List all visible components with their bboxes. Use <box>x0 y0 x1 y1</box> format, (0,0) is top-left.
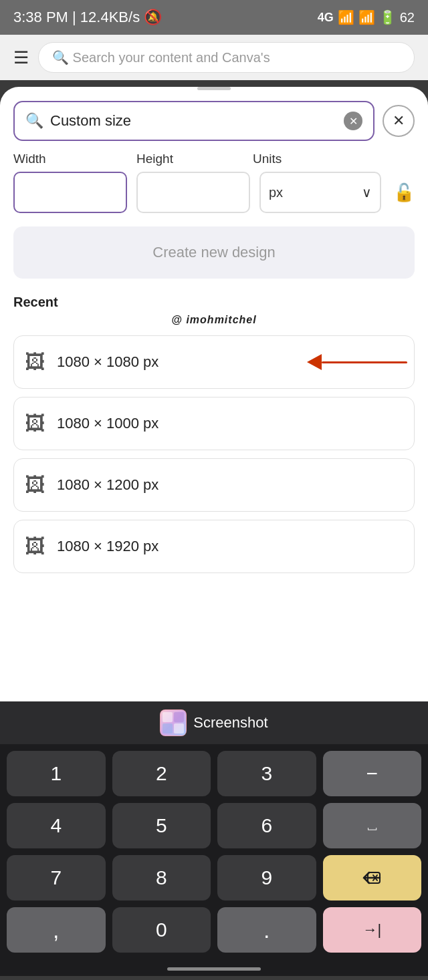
recent-item-size-3: 1080 × 1200 px <box>57 476 158 494</box>
key-2[interactable]: 2 <box>112 751 211 796</box>
width-input[interactable] <box>13 172 127 213</box>
key-comma[interactable]: , <box>7 907 106 953</box>
search-icon: 🔍 <box>52 50 69 65</box>
key-0[interactable]: 0 <box>112 907 211 953</box>
screenshot-label: Screenshot <box>193 714 268 731</box>
dimensions-labels: Width Height Units <box>0 152 428 166</box>
arrow-annotation <box>307 354 407 370</box>
key-7[interactable]: 7 <box>7 855 106 901</box>
units-select[interactable]: px ∨ <box>259 172 381 213</box>
app-bar: ☰ 🔍 Search your content and Canva's <box>0 35 428 80</box>
recent-item-3[interactable]: 🖼 1080 × 1200 px <box>13 458 415 512</box>
search-box[interactable]: 🔍 Custom size ✕ <box>13 101 374 141</box>
screenshot-bar: Screenshot <box>0 701 428 744</box>
key-delete[interactable] <box>323 855 422 901</box>
status-bar: 3:38 PM | 12.4KB/s 🔕 4G 📶 📶 🔋 62 <box>0 0 428 35</box>
recent-item-4[interactable]: 🖼 1080 × 1920 px <box>13 520 415 573</box>
recent-item-size-2: 1080 × 1000 px <box>57 415 158 432</box>
key-1[interactable]: 1 <box>7 751 106 796</box>
mute-icon: 🔕 <box>144 9 162 26</box>
recent-item-size-1: 1080 × 1080 px <box>57 353 158 371</box>
watermark: imohmitchel <box>0 314 428 326</box>
lock-icon: 🔓 <box>393 182 415 203</box>
key-8[interactable]: 8 <box>112 855 211 901</box>
keyboard-area: Screenshot 1 2 3 − 4 5 6 ⎵ 7 8 9 , 0 . →… <box>0 701 428 976</box>
key-period[interactable]: . <box>217 907 316 953</box>
recent-item-2[interactable]: 🖼 1080 × 1000 px <box>13 397 415 450</box>
modal-sheet: 🔍 Custom size ✕ ✕ Width Height Units px … <box>0 87 428 701</box>
key-6[interactable]: 6 <box>217 803 316 848</box>
key-space[interactable]: ⎵ <box>323 803 422 848</box>
create-btn-label: Create new design <box>152 244 275 261</box>
screenshot-thumbnail[interactable] <box>160 709 187 736</box>
hamburger-icon[interactable]: ☰ <box>13 47 29 68</box>
battery-icon: 🔋 <box>379 9 396 25</box>
recent-item-1[interactable]: 🖼 1080 × 1080 px <box>13 335 415 389</box>
chevron-down-icon: ∨ <box>362 184 372 200</box>
key-4[interactable]: 4 <box>7 803 106 848</box>
image-icon-3: 🖼 <box>25 474 45 496</box>
modal-handle <box>197 87 231 90</box>
home-bar <box>167 967 261 971</box>
image-icon-1: 🖼 <box>25 351 45 373</box>
home-indicator <box>0 959 428 976</box>
search-row: 🔍 Custom size ✕ ✕ <box>0 101 428 152</box>
signal-bars: 📶 <box>338 9 354 25</box>
status-right: 4G 📶 📶 🔋 62 <box>318 9 415 25</box>
status-time: 3:38 PM | 12.4KB/s 🔕 <box>13 9 162 26</box>
key-5[interactable]: 5 <box>112 803 211 848</box>
units-label: Units <box>253 152 415 166</box>
close-button[interactable]: ✕ <box>383 105 415 137</box>
key-9[interactable]: 9 <box>217 855 316 901</box>
image-icon-2: 🖼 <box>25 412 45 435</box>
signal-bars-2: 📶 <box>358 9 375 25</box>
recent-item-size-4: 1080 × 1920 px <box>57 538 158 555</box>
app-search-bar[interactable]: 🔍 Search your content and Canva's <box>38 42 415 73</box>
height-input[interactable] <box>136 172 250 213</box>
dimensions-inputs: px ∨ 🔓 <box>0 172 428 213</box>
height-label: Height <box>136 152 243 166</box>
search-text: Custom size <box>50 112 337 130</box>
recent-list: 🖼 1080 × 1080 px 🖼 1080 × 1000 px 🖼 1080… <box>0 335 428 581</box>
clear-button[interactable]: ✕ <box>344 112 362 130</box>
image-icon-4: 🖼 <box>25 535 45 558</box>
key-3[interactable]: 3 <box>217 751 316 796</box>
key-minus[interactable]: − <box>323 751 422 796</box>
create-new-design-button[interactable]: Create new design <box>13 226 415 279</box>
width-label: Width <box>13 152 127 166</box>
keyboard-grid: 1 2 3 − 4 5 6 ⎵ 7 8 9 , 0 . →| <box>0 744 428 959</box>
recent-label: Recent <box>0 295 428 314</box>
key-next[interactable]: →| <box>323 907 422 953</box>
search-icon: 🔍 <box>25 112 43 130</box>
